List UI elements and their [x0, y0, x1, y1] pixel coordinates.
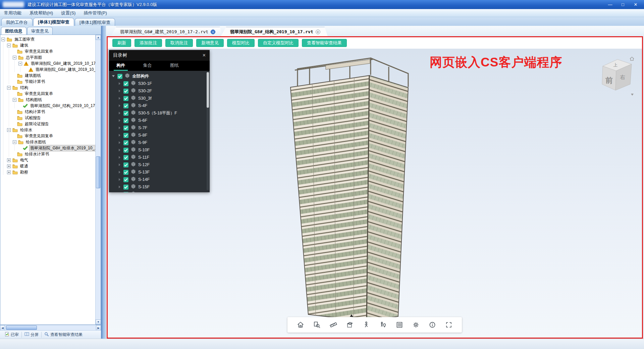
section-icon[interactable] — [345, 320, 354, 329]
toolbar-button[interactable]: 添加批注 — [135, 39, 162, 47]
collapse-icon[interactable] — [13, 98, 16, 102]
checkbox-checked[interactable] — [123, 81, 128, 86]
checkbox-checked[interactable] — [123, 126, 128, 131]
expand-icon[interactable] — [118, 89, 121, 93]
expand-icon[interactable] — [118, 111, 121, 115]
menu-item[interactable]: 设置(S) — [57, 9, 79, 17]
menu-item[interactable]: 插件管理(P) — [79, 9, 111, 17]
checkbox-checked[interactable] — [123, 162, 128, 167]
expand-icon[interactable] — [118, 82, 121, 85]
close-button[interactable]: ✕ — [629, 0, 642, 9]
expand-icon[interactable] — [118, 148, 121, 152]
tree-item[interactable]: 给排水 — [0, 127, 95, 133]
main-tab[interactable]: 我的工作台 — [1, 18, 33, 26]
tree-vertical-scrollbar[interactable]: ▲ ▼ — [95, 35, 101, 325]
home-icon[interactable] — [296, 320, 305, 329]
toolbar-button[interactable]: 取消批注 — [165, 39, 193, 47]
status-item-分屏[interactable]: 分屏 — [21, 332, 41, 338]
tree-item[interactable]: 给排水计算书 — [0, 151, 95, 157]
checkbox-checked[interactable] — [123, 177, 128, 182]
zoom-doc-icon[interactable] — [313, 320, 321, 329]
scroll-down-icon[interactable]: ▼ — [96, 319, 101, 325]
tree-item[interactable]: 勘察 — [0, 169, 95, 175]
tab-close-icon[interactable]: ✕ — [211, 30, 215, 34]
tree-item[interactable]: 建筑图纸 — [0, 72, 95, 79]
scroll-up-icon[interactable]: ▲ — [96, 35, 101, 40]
collapse-icon[interactable] — [7, 86, 11, 90]
catalog-item[interactable]: S-4F — [109, 102, 210, 109]
settings-icon[interactable] — [412, 320, 420, 329]
catalog-item[interactable]: S-8F — [109, 132, 210, 139]
checkbox-checked[interactable] — [123, 118, 128, 123]
catalog-item[interactable]: S-7F — [109, 124, 210, 132]
document-tab[interactable]: 翡翠湖别院_G8#_结构_2019_10_17.rvt✕ — [221, 27, 328, 36]
catalog-item[interactable]: S-6F — [109, 117, 210, 124]
catalog-item[interactable]: S-13F — [109, 168, 210, 176]
checkbox-checked[interactable] — [123, 140, 128, 145]
checkbox-checked[interactable] — [123, 133, 128, 138]
catalog-item[interactable]: S-14F — [109, 176, 210, 183]
checkbox-checked[interactable] — [117, 74, 122, 79]
maximize-button[interactable]: □ — [616, 0, 629, 9]
left-panel-tab[interactable]: 图纸信息 — [1, 27, 26, 35]
catalog-item[interactable]: S-12F — [109, 161, 210, 168]
scroll-left-icon[interactable]: ◀ — [0, 325, 5, 331]
status-item-查看智能审查结果[interactable]: 查看智能审查结果 — [41, 332, 85, 338]
tree-item[interactable]: 电气 — [0, 157, 95, 163]
catalog-item[interactable]: S-10F — [109, 146, 210, 154]
catalog-item[interactable]: S-15F — [109, 183, 210, 191]
expand-icon[interactable] — [118, 163, 121, 166]
catalog-item[interactable]: S30_3f — [109, 95, 210, 102]
menu-item[interactable]: 常用功能 — [0, 9, 25, 17]
tree-item[interactable]: 试桩报告 — [0, 115, 95, 121]
measure-icon[interactable] — [329, 320, 338, 329]
collapse-icon[interactable] — [13, 56, 16, 59]
tree-item[interactable]: 超限论证报告 — [0, 121, 95, 127]
catalog-item[interactable]: S-11F — [109, 154, 210, 161]
collapse-icon[interactable] — [1, 38, 5, 41]
document-tab[interactable]: 翡翠湖别院_G8#_建筑_2019_10_17-2.rvt✕ — [111, 27, 223, 36]
expand-icon[interactable] — [7, 170, 11, 174]
left-panel-tab[interactable]: 审查意见 — [27, 27, 53, 35]
collapse-icon[interactable] — [13, 140, 16, 144]
tree-item[interactable]: 审查意见回复单 — [0, 91, 95, 97]
checkbox-checked[interactable] — [123, 103, 128, 108]
collapse-icon[interactable] — [18, 62, 22, 65]
expand-icon[interactable] — [118, 170, 121, 174]
tree-item[interactable]: 审查意见回复单 — [0, 133, 95, 139]
toolbar-button[interactable]: 模型对比 — [227, 39, 255, 47]
tree-item[interactable]: 总平面图 — [0, 54, 95, 60]
menu-item[interactable]: 系统帮助(H) — [25, 9, 57, 17]
checkbox-checked[interactable] — [123, 89, 128, 94]
expand-icon[interactable] — [118, 185, 121, 189]
main-tab[interactable]: [单体1]模型审查 — [33, 18, 74, 26]
collapse-icon[interactable] — [7, 44, 11, 47]
scroll-right-icon[interactable]: ▶ — [96, 325, 101, 331]
viewer-canvas[interactable]: 目录树 × 构件集合图纸 全部构件S30-1FS30-2FS30_3fS-4FS… — [108, 49, 642, 338]
catalog-item[interactable]: S-16F — [109, 191, 210, 192]
tree-item[interactable]: 建筑 — [0, 42, 95, 48]
list-icon[interactable] — [395, 320, 404, 329]
tree-horizontal-scrollbar[interactable]: ◀ ▶ — [0, 325, 101, 330]
building-model[interactable] — [259, 55, 433, 338]
catalog-header[interactable]: 目录树 × — [109, 50, 210, 61]
status-item-已审[interactable]: 已审 — [2, 332, 21, 338]
expand-icon[interactable] — [118, 134, 121, 137]
toolbar-button[interactable]: 自定义模型对比 — [258, 39, 299, 47]
expand-icon[interactable] — [7, 158, 11, 162]
checkbox-checked[interactable] — [123, 192, 128, 193]
toolbar-button[interactable]: 新增意见 — [196, 39, 224, 47]
checkbox-checked[interactable] — [123, 111, 128, 116]
catalog-tab[interactable]: 集合 — [141, 61, 155, 71]
catalog-scroll-thumb[interactable] — [207, 72, 209, 108]
tree-item[interactable]: 翡翠湖别院_G8#_建筑_2019_10_1 — [0, 66, 95, 72]
tree-item[interactable]: 给排水图纸 — [0, 139, 95, 145]
horizontal-scroll-thumb[interactable] — [6, 326, 37, 330]
panel-splitter[interactable] — [101, 26, 106, 339]
catalog-item[interactable]: S-9F — [109, 139, 210, 146]
tree-item[interactable]: 翡翠湖别院_G8#_结构_2019_10_17. r — [0, 103, 95, 109]
tab-close-icon[interactable]: ✕ — [316, 30, 320, 34]
collapse-icon[interactable] — [112, 74, 115, 78]
collapse-icon[interactable] — [7, 128, 11, 132]
info-icon[interactable] — [428, 320, 437, 329]
